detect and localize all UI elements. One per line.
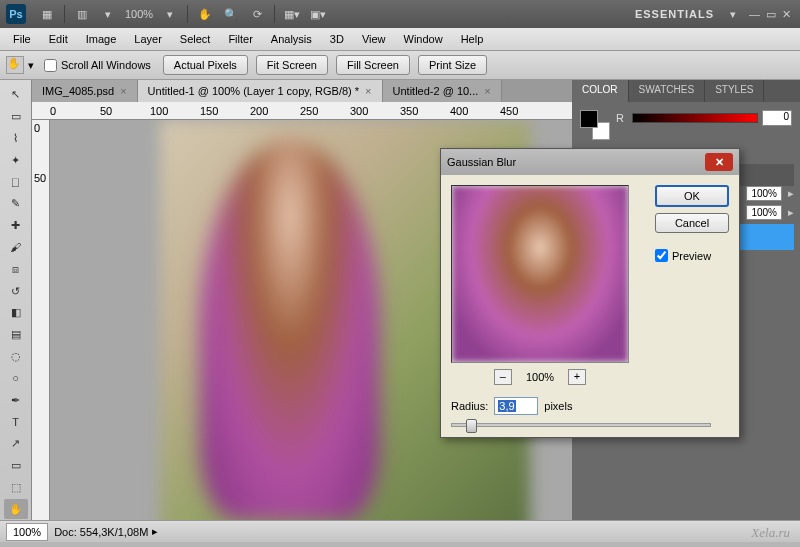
menu-file[interactable]: File [4,30,40,48]
menu-view[interactable]: View [353,30,395,48]
preview-label: Preview [672,250,711,262]
eyedropper-tool[interactable]: ✎ [4,194,28,214]
color-swatches[interactable] [580,110,610,140]
status-zoom[interactable]: 100% [6,523,48,541]
preview-checkbox[interactable] [655,249,668,262]
lasso-tool[interactable]: ⌇ [4,129,28,149]
scroll-all-label: Scroll All Windows [61,59,151,71]
print-size-button[interactable]: Print Size [418,55,487,75]
dropdown-icon[interactable]: ▸ [788,206,794,219]
r-value[interactable]: 0 [762,110,792,126]
filter-preview[interactable] [451,185,629,363]
move-tool[interactable]: ↖ [4,85,28,105]
menu-select[interactable]: Select [171,30,220,48]
view-extras-icon[interactable]: ▥ [71,4,93,24]
marquee-tool[interactable]: ▭ [4,107,28,127]
doc-tab[interactable]: Untitled-1 @ 100% (Layer 1 copy, RGB/8) … [138,80,383,102]
options-bar: ✋ ▾ Scroll All Windows Actual Pixels Fit… [0,50,800,80]
panel-tab-swatches[interactable]: SWATCHES [629,80,706,102]
status-bar: 100% Doc: 554,3K/1,08M ▸ [0,520,800,542]
dodge-tool[interactable]: ○ [4,368,28,388]
crop-tool[interactable]: ⎕ [4,172,28,192]
dialog-titlebar[interactable]: Gaussian Blur ✕ [441,149,739,175]
radius-input[interactable]: 3,9 [494,397,538,415]
dialog-close-button[interactable]: ✕ [705,153,733,171]
restore-button[interactable]: ▭ [766,8,776,21]
menu-help[interactable]: Help [452,30,493,48]
fit-screen-button[interactable]: Fit Screen [256,55,328,75]
zoom-out-button[interactable]: – [494,369,512,385]
dropdown-icon[interactable]: ▾ [97,4,119,24]
close-button[interactable]: ✕ [782,8,791,21]
opacity-value[interactable]: 100% [746,186,782,201]
panel-tab-styles[interactable]: STYLES [705,80,764,102]
menu-filter[interactable]: Filter [219,30,261,48]
blur-tool[interactable]: ◌ [4,347,28,367]
status-doc-size: Doc: 554,3K/1,08M [54,526,148,538]
bridge-icon[interactable]: ▦ [36,4,58,24]
app-titlebar: Ps ▦ ▥ ▾ 100% ▾ ✋ 🔍 ⟳ ▦▾ ▣▾ ESSENTIALS ▾… [0,0,800,28]
doc-tab[interactable]: Untitled-2 @ 10...× [383,80,502,102]
image-content [200,140,380,520]
ruler-vertical[interactable]: 050 [32,120,50,520]
actual-pixels-button[interactable]: Actual Pixels [163,55,248,75]
tools-panel: ↖ ▭ ⌇ ✦ ⎕ ✎ ✚ 🖌 ⧇ ↺ ◧ ▤ ◌ ○ ✒ T ↗ ▭ ⬚ ✋ [0,80,32,520]
shape-tool[interactable]: ▭ [4,456,28,476]
menu-analysis[interactable]: Analysis [262,30,321,48]
dropdown-icon[interactable]: ▸ [152,525,158,538]
arrange-icon[interactable]: ▦▾ [281,4,303,24]
type-tool[interactable]: T [4,412,28,432]
pen-tool[interactable]: ✒ [4,390,28,410]
stamp-tool[interactable]: ⧇ [4,259,28,279]
current-tool-icon[interactable]: ✋ [6,56,24,74]
scroll-all-checkbox[interactable] [44,59,57,72]
r-slider[interactable] [632,113,758,123]
dropdown-icon[interactable]: ▾ [28,59,34,72]
wand-tool[interactable]: ✦ [4,150,28,170]
preview-checkbox-row[interactable]: Preview [655,249,729,262]
panel-tab-color[interactable]: COLOR [572,80,629,102]
preview-image [452,186,628,362]
ok-button[interactable]: OK [655,185,729,207]
fill-value[interactable]: 100% [746,205,782,220]
screen-mode-icon[interactable]: ▣▾ [307,4,329,24]
radius-slider[interactable] [451,423,711,427]
path-tool[interactable]: ↗ [4,434,28,454]
history-brush-tool[interactable]: ↺ [4,281,28,301]
foreground-swatch[interactable] [580,110,598,128]
doc-tab[interactable]: IMG_4085.psd× [32,80,138,102]
menu-image[interactable]: Image [77,30,126,48]
zoom-icon[interactable]: 🔍 [220,4,242,24]
menu-window[interactable]: Window [395,30,452,48]
slider-thumb[interactable] [466,419,477,433]
radius-unit: pixels [544,400,572,412]
dropdown-icon[interactable]: ▸ [788,187,794,200]
close-icon[interactable]: × [365,85,371,97]
close-icon[interactable]: × [484,85,490,97]
dropdown-icon[interactable]: ▾ [722,4,744,24]
hand-icon[interactable]: ✋ [194,4,216,24]
zoom-in-button[interactable]: + [568,369,586,385]
menu-3d[interactable]: 3D [321,30,353,48]
tab-label: Untitled-2 @ 10... [393,85,479,97]
zoom-level[interactable]: 100% [125,8,153,20]
tab-label: Untitled-1 @ 100% (Layer 1 copy, RGB/8) … [148,85,360,97]
rotate-icon[interactable]: ⟳ [246,4,268,24]
dropdown-icon[interactable]: ▾ [159,4,181,24]
menu-layer[interactable]: Layer [125,30,171,48]
hand-tool[interactable]: ✋ [4,499,28,519]
ruler-horizontal[interactable]: 050100150200250300350400450 [32,102,572,120]
fill-screen-button[interactable]: Fill Screen [336,55,410,75]
brush-tool[interactable]: 🖌 [4,238,28,258]
heal-tool[interactable]: ✚ [4,216,28,236]
eraser-tool[interactable]: ◧ [4,303,28,323]
gradient-tool[interactable]: ▤ [4,325,28,345]
cancel-button[interactable]: Cancel [655,213,729,233]
minimize-button[interactable]: — [749,8,760,20]
menu-edit[interactable]: Edit [40,30,77,48]
document-tabs: IMG_4085.psd× Untitled-1 @ 100% (Layer 1… [32,80,572,102]
radius-label: Radius: [451,400,488,412]
workspace-switcher[interactable]: ESSENTIALS [635,8,714,20]
close-icon[interactable]: × [120,85,126,97]
3d-tool[interactable]: ⬚ [4,477,28,497]
